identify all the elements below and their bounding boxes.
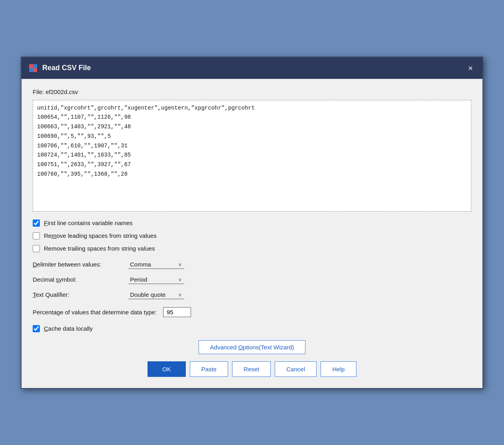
remove-leading-row: Remove leading spaces from string values [33,232,471,239]
csv-line-6: 100751,"",2633,"",3927,"",67 [37,160,467,170]
paste-button[interactable]: Paste [190,361,228,377]
cache-row: Cache data locally [33,325,471,332]
cache-label: Cache data locally [44,325,93,332]
advanced-options-button[interactable]: Advanced Options(Text Wizard) [199,340,306,354]
delimiter-select-wrapper: Comma Tab Semicolon Space Other [128,260,184,269]
delimiter-label: Delimiter between values: [33,261,128,268]
text-qualifier-label: Text Qualifier: [33,291,128,298]
delimiter-select[interactable]: Comma Tab Semicolon Space Other [128,260,184,269]
percentage-row: Percentage of values that determine data… [33,307,471,317]
csv-line-2: 100663,"",1403,"",2921,"",48 [37,122,467,132]
remove-leading-checkbox[interactable] [33,232,40,239]
help-button[interactable]: Help [321,361,356,377]
remove-leading-label: Remove leading spaces from string values [44,232,157,239]
read-csv-dialog: Read CSV File × File: ef2002d.csv unitid… [21,57,483,389]
csv-line-7: 100760,"",395,"",1368,"",28 [37,170,467,179]
first-line-label: First line contains variable names [44,220,133,226]
dialog-title: Read CSV File [42,64,91,72]
first-line-row: First line contains variable names [33,220,471,227]
remove-trailing-checkbox[interactable] [33,245,40,252]
csv-line-4: 100706,"",610,"",1907,"",31 [37,141,467,151]
percentage-input[interactable] [163,307,191,317]
csv-line-1: 100654,"",1107,"",1126,"",98 [37,113,467,122]
decimal-label: Decimal symbol: [33,276,128,283]
first-line-checkbox[interactable] [33,220,40,227]
title-bar-left: Read CSV File [28,63,91,73]
dialog-body: File: ef2002d.csv unitid,"xgrcohrt",grco… [22,79,482,388]
remove-trailing-row: Remove trailing spaces from string value… [33,245,471,252]
cache-checkbox[interactable] [33,325,40,332]
ok-button[interactable]: OK [148,361,186,377]
checkboxes-section: First line contains variable names Remov… [33,220,471,252]
csv-line-3: 100690,"",5,"",93,"",5 [37,132,467,141]
decimal-row: Decimal symbol: Period Comma [33,275,471,284]
csv-preview[interactable]: unitid,"xgrcohrt",grcohrt,"xugenter",uge… [33,100,471,212]
app-icon [28,63,38,73]
file-label: File: ef2002d.csv [33,88,471,95]
remove-trailing-label: Remove trailing spaces from string value… [44,245,155,252]
svg-rect-2 [29,68,33,72]
text-qualifier-select[interactable]: Double quote Single quote None [128,290,184,299]
reset-button[interactable]: Reset [232,361,271,377]
decimal-select[interactable]: Period Comma [128,275,184,284]
bottom-buttons: OK Paste Reset Cancel Help [33,361,471,377]
svg-rect-1 [33,64,37,68]
delimiter-row: Delimiter between values: Comma Tab Semi… [33,260,471,269]
advanced-btn-row: Advanced Options(Text Wizard) [33,340,471,354]
cache-section: Cache data locally [33,325,471,332]
percentage-label: Percentage of values that determine data… [33,309,157,316]
cancel-button[interactable]: Cancel [275,361,317,377]
dropdowns-section: Delimiter between values: Comma Tab Semi… [33,260,471,299]
csv-line-0: unitid,"xgrcohrt",grcohrt,"xugenter",uge… [37,104,467,113]
svg-rect-0 [29,64,33,68]
close-button[interactable]: × [465,63,476,74]
text-qualifier-select-wrapper: Double quote Single quote None [128,290,184,299]
title-bar: Read CSV File × [22,57,482,79]
text-qualifier-row: Text Qualifier: Double quote Single quot… [33,290,471,299]
csv-line-5: 100724,"",1401,"",1633,"",85 [37,151,467,160]
svg-rect-3 [33,68,37,72]
decimal-select-wrapper: Period Comma [128,275,184,284]
